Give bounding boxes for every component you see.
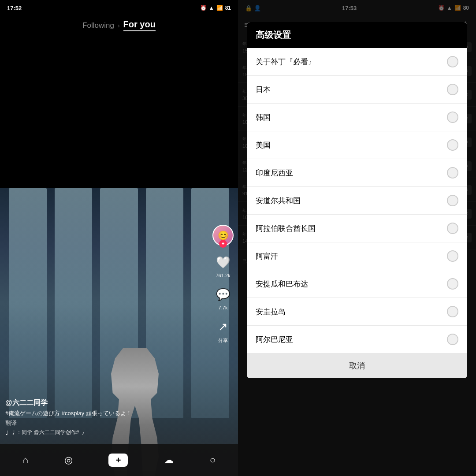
signal-icon: 📶 (216, 5, 223, 11)
item-label: 阿尔巴尼亚 (256, 335, 293, 345)
comment-icon: 💬 (214, 285, 232, 304)
heart-icon: 🤍 (214, 253, 232, 271)
share-label: 分享 (218, 337, 228, 344)
status-bar-left: 17:52 ⏰ ▲ 📶 81 (0, 0, 238, 16)
wifi-icon: ▲ (209, 5, 214, 11)
video-area[interactable]: 😊 + 🤍 761.2k 💬 7.7k ↗ 分享 @六二二同学 #俺流ゲームの遊… (0, 33, 238, 476)
nav-discover[interactable]: ◎ (64, 454, 73, 466)
item-label: 安提瓜和巴布达 (256, 279, 308, 289)
modal-item-indonesia[interactable]: 印度尼西亚 (247, 159, 467, 187)
messages-icon: ☁ (164, 454, 174, 466)
modal-item-afghanistan[interactable]: 阿富汗 (247, 242, 467, 270)
modal-item-andorra[interactable]: 安道尔共和国 (247, 187, 467, 215)
right-panel: 🔒 👤 17:53 ⏰ ▲ 📶 80 ≡ ⋮ 年 154 7ms mess ✕ … (238, 0, 476, 476)
nav-profile[interactable]: ○ (210, 454, 216, 466)
item-label: 阿拉伯联合酋长国 (256, 223, 316, 234)
modal-item-uae[interactable]: 阿拉伯联合酋长国 (247, 215, 467, 242)
radio-indonesia[interactable] (447, 167, 458, 178)
nav-home[interactable]: ⌂ (22, 454, 28, 466)
username[interactable]: @六二二同学 (5, 398, 212, 408)
alarm-icon: ⏰ (200, 5, 207, 11)
comment-count: 7.7k (219, 305, 228, 310)
item-label: 印度尼西亚 (256, 168, 293, 178)
modal-item-antigua[interactable]: 安提瓜和巴布达 (247, 270, 467, 298)
like-button[interactable]: 🤍 761.2k (214, 253, 232, 278)
item-label: 阿富汗 (256, 251, 278, 261)
cancel-button[interactable]: 取消 (247, 353, 467, 378)
modal-item-albania[interactable]: 阿尔巴尼亚 (247, 326, 467, 353)
nav-separator: › (118, 22, 120, 29)
modal-item-usa[interactable]: 美国 (247, 131, 467, 159)
modal-item-anguilla[interactable]: 安圭拉岛 (247, 298, 467, 326)
item-label: 韩国 (256, 112, 271, 123)
modal-item-patch[interactable]: 关于补丁『必看』 (247, 48, 467, 76)
modal-body: 关于补丁『必看』 日本 韩国 美国 印度尼西亚 安道尔共和国 (247, 48, 467, 378)
music-label: ♩：同学 @六二二同学创作# (11, 429, 79, 436)
item-label: 安道尔共和国 (256, 196, 301, 206)
music-note-icon: ♪ (82, 430, 84, 436)
profile-icon: ○ (210, 454, 216, 466)
avatar-container[interactable]: 😊 + (212, 225, 234, 246)
radio-patch[interactable] (447, 56, 458, 67)
discover-icon: ◎ (64, 454, 73, 466)
radio-antigua[interactable] (447, 278, 458, 290)
modal-header: 高级设置 (247, 22, 467, 48)
comment-button[interactable]: 💬 7.7k (214, 285, 232, 310)
item-label: 关于补丁『必看』 (256, 57, 316, 67)
radio-japan[interactable] (447, 84, 458, 95)
home-icon: ⌂ (22, 454, 28, 466)
video-black-section (0, 33, 238, 188)
music-info: ♩ ♩：同学 @六二二同学创作# ♪ (5, 429, 212, 436)
radio-korea[interactable] (447, 112, 458, 123)
nav-messages[interactable]: ☁ (164, 454, 174, 466)
follow-plus-button[interactable]: + (219, 240, 227, 248)
share-icon: ↗ (214, 317, 232, 336)
item-label: 安圭拉岛 (256, 307, 286, 317)
modal-title: 高级设置 (256, 29, 458, 41)
radio-albania[interactable] (447, 334, 458, 345)
following-tab[interactable]: Following (82, 21, 114, 30)
video-description: #俺流ゲームの遊び方 #cosplay 頑張っているよ！ (5, 409, 212, 417)
modal-item-japan[interactable]: 日本 (247, 76, 467, 104)
nav-bar: Following › For you (0, 16, 238, 33)
music-icon: ♩ (5, 429, 8, 436)
item-label: 美国 (256, 140, 271, 150)
right-actions: 😊 + 🤍 761.2k 💬 7.7k ↗ 分享 (212, 225, 234, 344)
radio-andorra[interactable] (447, 195, 458, 206)
modal-item-korea[interactable]: 韩国 (247, 104, 467, 131)
create-button[interactable]: + (108, 454, 128, 467)
radio-usa[interactable] (447, 139, 458, 151)
left-panel: 17:52 ⏰ ▲ 📶 81 Following › For you (0, 0, 238, 476)
item-label: 日本 (256, 85, 271, 95)
settings-modal: 高级设置 关于补丁『必看』 日本 韩国 美国 印度尼西亚 (247, 22, 467, 378)
radio-uae[interactable] (447, 223, 458, 234)
time-left: 17:52 (7, 5, 22, 11)
status-icons-left: ⏰ ▲ 📶 81 (200, 5, 231, 11)
radio-afghanistan[interactable] (447, 250, 458, 262)
share-button[interactable]: ↗ 分享 (214, 317, 232, 344)
radio-anguilla[interactable] (447, 306, 458, 317)
like-count: 761.2k (216, 273, 230, 278)
nav-create[interactable]: + (108, 454, 128, 467)
battery-left: 81 (225, 5, 231, 11)
foryou-tab[interactable]: For you (123, 19, 156, 31)
translate-button[interactable]: 翻译 (5, 419, 212, 427)
bottom-navigation: ⌂ ◎ + ☁ ○ (0, 444, 238, 476)
bottom-info: @六二二同学 #俺流ゲームの遊び方 #cosplay 頑張っているよ！ 翻译 ♩… (5, 398, 212, 436)
